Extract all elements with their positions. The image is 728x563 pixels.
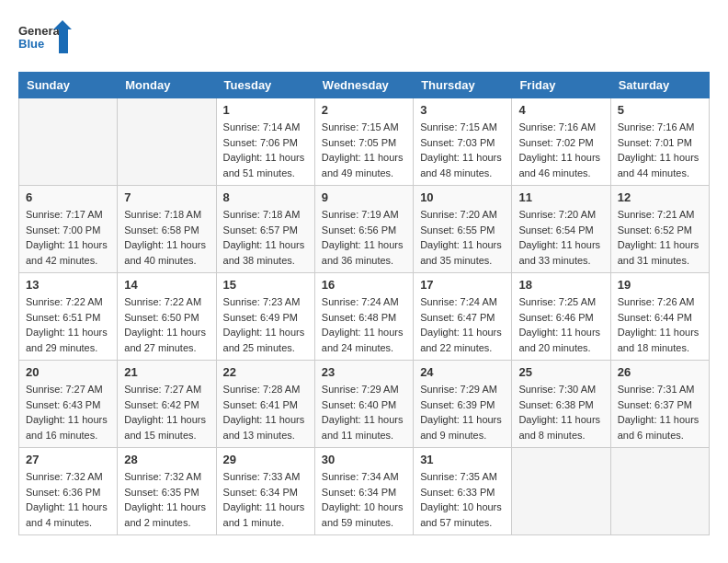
daylight-text: Daylight: 11 hours and 49 minutes. xyxy=(322,150,406,180)
sunset-text: Sunset: 6:54 PM xyxy=(518,223,603,238)
sunset-text: Sunset: 6:33 PM xyxy=(420,485,505,500)
daylight-text: Daylight: 11 hours and 11 minutes. xyxy=(322,412,406,442)
day-cell-18: 18Sunrise: 7:25 AMSunset: 6:46 PMDayligh… xyxy=(512,273,610,361)
day-info: Sunrise: 7:20 AMSunset: 6:54 PMDaylight:… xyxy=(518,207,603,268)
sunrise-text: Sunrise: 7:21 AM xyxy=(618,207,702,223)
day-info: Sunrise: 7:24 AMSunset: 6:47 PMDaylight:… xyxy=(420,294,505,355)
col-header-wednesday: Wednesday xyxy=(314,73,413,98)
day-number: 3 xyxy=(420,103,505,117)
daylight-text: Daylight: 11 hours and 31 minutes. xyxy=(618,237,702,268)
day-info: Sunrise: 7:23 AMSunset: 6:49 PMDaylight:… xyxy=(223,294,308,355)
day-number: 11 xyxy=(518,190,603,204)
sunrise-text: Sunrise: 7:24 AM xyxy=(322,294,406,310)
daylight-text: Daylight: 11 hours and 29 minutes. xyxy=(26,325,110,355)
sunset-text: Sunset: 7:02 PM xyxy=(518,135,603,151)
day-info: Sunrise: 7:16 AMSunset: 7:01 PMDaylight:… xyxy=(618,120,702,180)
day-info: Sunrise: 7:15 AMSunset: 7:03 PMDaylight:… xyxy=(420,120,505,180)
page-header: GeneralBlue xyxy=(18,18,710,57)
sunrise-text: Sunrise: 7:15 AM xyxy=(322,120,406,135)
day-number: 23 xyxy=(322,365,406,379)
day-cell-25: 25Sunrise: 7:30 AMSunset: 6:38 PMDayligh… xyxy=(512,361,610,448)
day-info: Sunrise: 7:30 AMSunset: 6:38 PMDaylight:… xyxy=(518,382,603,442)
day-number: 10 xyxy=(420,190,505,204)
day-cell-11: 11Sunrise: 7:20 AMSunset: 6:54 PMDayligh… xyxy=(512,186,610,273)
week-row-5: 27Sunrise: 7:32 AMSunset: 6:36 PMDayligh… xyxy=(19,448,710,535)
day-cell-empty xyxy=(512,448,610,535)
svg-text:General: General xyxy=(18,24,63,38)
sunrise-text: Sunrise: 7:16 AM xyxy=(618,120,702,135)
day-info: Sunrise: 7:27 AMSunset: 6:42 PMDaylight:… xyxy=(124,382,209,442)
sunset-text: Sunset: 6:58 PM xyxy=(124,223,209,238)
daylight-text: Daylight: 11 hours and 6 minutes. xyxy=(618,412,702,442)
day-cell-9: 9Sunrise: 7:19 AMSunset: 6:56 PMDaylight… xyxy=(314,186,413,273)
day-info: Sunrise: 7:22 AMSunset: 6:51 PMDaylight:… xyxy=(26,294,110,355)
day-number: 18 xyxy=(518,278,603,292)
daylight-text: Daylight: 11 hours and 22 minutes. xyxy=(420,325,505,355)
sunset-text: Sunset: 6:43 PM xyxy=(26,397,110,413)
day-number: 24 xyxy=(420,365,505,379)
sunrise-text: Sunrise: 7:32 AM xyxy=(124,469,209,485)
sunset-text: Sunset: 6:49 PM xyxy=(223,310,308,326)
day-cell-6: 6Sunrise: 7:17 AMSunset: 7:00 PMDaylight… xyxy=(19,186,118,273)
daylight-text: Daylight: 11 hours and 13 minutes. xyxy=(223,412,308,442)
day-info: Sunrise: 7:31 AMSunset: 6:37 PMDaylight:… xyxy=(618,382,702,442)
daylight-text: Daylight: 11 hours and 51 minutes. xyxy=(223,150,308,180)
day-info: Sunrise: 7:35 AMSunset: 6:33 PMDaylight:… xyxy=(420,469,505,530)
day-cell-14: 14Sunrise: 7:22 AMSunset: 6:50 PMDayligh… xyxy=(118,273,216,361)
day-info: Sunrise: 7:22 AMSunset: 6:50 PMDaylight:… xyxy=(124,294,209,355)
daylight-text: Daylight: 11 hours and 48 minutes. xyxy=(420,150,505,180)
day-number: 9 xyxy=(322,190,406,204)
sunset-text: Sunset: 6:34 PM xyxy=(223,485,308,500)
sunrise-text: Sunrise: 7:30 AM xyxy=(518,382,603,397)
daylight-text: Daylight: 11 hours and 24 minutes. xyxy=(322,325,406,355)
day-number: 13 xyxy=(26,278,110,292)
day-info: Sunrise: 7:33 AMSunset: 6:34 PMDaylight:… xyxy=(223,469,308,530)
daylight-text: Daylight: 11 hours and 35 minutes. xyxy=(420,237,505,268)
sunset-text: Sunset: 6:56 PM xyxy=(322,223,406,238)
daylight-text: Daylight: 11 hours and 8 minutes. xyxy=(518,412,603,442)
day-cell-30: 30Sunrise: 7:34 AMSunset: 6:34 PMDayligh… xyxy=(314,448,413,535)
sunset-text: Sunset: 6:51 PM xyxy=(26,310,110,326)
day-info: Sunrise: 7:29 AMSunset: 6:39 PMDaylight:… xyxy=(420,382,505,442)
sunrise-text: Sunrise: 7:29 AM xyxy=(420,382,505,397)
day-number: 1 xyxy=(223,103,308,117)
day-info: Sunrise: 7:32 AMSunset: 6:35 PMDaylight:… xyxy=(124,469,209,530)
col-header-sunday: Sunday xyxy=(19,73,118,98)
day-cell-16: 16Sunrise: 7:24 AMSunset: 6:48 PMDayligh… xyxy=(314,273,413,361)
sunset-text: Sunset: 6:55 PM xyxy=(420,223,505,238)
sunrise-text: Sunrise: 7:18 AM xyxy=(124,207,209,223)
day-cell-28: 28Sunrise: 7:32 AMSunset: 6:35 PMDayligh… xyxy=(118,448,216,535)
day-number: 17 xyxy=(420,278,505,292)
sunrise-text: Sunrise: 7:35 AM xyxy=(420,469,505,485)
day-info: Sunrise: 7:27 AMSunset: 6:43 PMDaylight:… xyxy=(26,382,110,442)
daylight-text: Daylight: 11 hours and 27 minutes. xyxy=(124,325,209,355)
day-number: 21 xyxy=(124,365,209,379)
day-info: Sunrise: 7:16 AMSunset: 7:02 PMDaylight:… xyxy=(518,120,603,180)
daylight-text: Daylight: 10 hours and 57 minutes. xyxy=(420,500,505,530)
sunset-text: Sunset: 6:35 PM xyxy=(124,485,209,500)
day-info: Sunrise: 7:19 AMSunset: 6:56 PMDaylight:… xyxy=(322,207,406,268)
col-header-saturday: Saturday xyxy=(610,73,709,98)
sunrise-text: Sunrise: 7:20 AM xyxy=(518,207,603,223)
day-info: Sunrise: 7:14 AMSunset: 7:06 PMDaylight:… xyxy=(223,120,308,180)
day-cell-7: 7Sunrise: 7:18 AMSunset: 6:58 PMDaylight… xyxy=(118,186,216,273)
sunset-text: Sunset: 6:36 PM xyxy=(26,485,110,500)
sunset-text: Sunset: 6:44 PM xyxy=(618,310,702,326)
day-number: 5 xyxy=(618,103,702,117)
day-info: Sunrise: 7:32 AMSunset: 6:36 PMDaylight:… xyxy=(26,469,110,530)
sunrise-text: Sunrise: 7:29 AM xyxy=(322,382,406,397)
sunset-text: Sunset: 7:05 PM xyxy=(322,135,406,151)
day-cell-empty xyxy=(610,448,709,535)
daylight-text: Daylight: 11 hours and 18 minutes. xyxy=(618,325,702,355)
sunrise-text: Sunrise: 7:27 AM xyxy=(124,382,209,397)
sunrise-text: Sunrise: 7:28 AM xyxy=(223,382,308,397)
day-cell-19: 19Sunrise: 7:26 AMSunset: 6:44 PMDayligh… xyxy=(610,273,709,361)
day-cell-empty xyxy=(118,98,216,186)
day-cell-1: 1Sunrise: 7:14 AMSunset: 7:06 PMDaylight… xyxy=(216,98,314,186)
sunset-text: Sunset: 6:39 PM xyxy=(420,397,505,413)
day-number: 28 xyxy=(124,453,209,466)
daylight-text: Daylight: 11 hours and 40 minutes. xyxy=(124,237,209,268)
sunrise-text: Sunrise: 7:15 AM xyxy=(420,120,505,135)
daylight-text: Daylight: 11 hours and 4 minutes. xyxy=(26,500,110,530)
col-header-tuesday: Tuesday xyxy=(216,73,314,98)
